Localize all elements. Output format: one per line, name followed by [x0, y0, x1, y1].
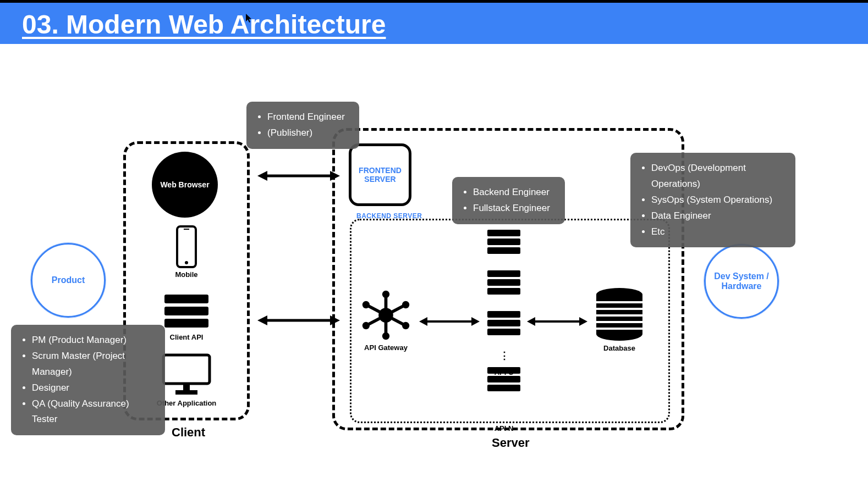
- svg-rect-29: [487, 320, 520, 326]
- svg-point-17: [382, 332, 389, 340]
- svg-rect-0: [177, 226, 196, 267]
- api-a-node: API A: [486, 229, 530, 267]
- arrow-apis-database: [527, 314, 587, 329]
- api-b-node: API B: [486, 269, 530, 307]
- web-browser-label: Web Browser: [160, 180, 209, 189]
- diagram-canvas: Client Server Frontend Engineer (Publish…: [0, 44, 868, 484]
- frontend-server-label: FRONTEND SERVER: [351, 166, 409, 184]
- svg-rect-5: [164, 319, 208, 328]
- backend-server-label: BACKEND SERVER: [356, 212, 422, 220]
- role-item: (Publisher): [267, 125, 348, 141]
- rolebox-frontend: Frontend Engineer (Publisher): [246, 102, 359, 149]
- svg-marker-52: [527, 317, 535, 326]
- svg-marker-44: [330, 171, 340, 181]
- server-stack-icon: [162, 292, 211, 331]
- database-node: Database: [593, 287, 646, 352]
- frontend-server-node: FRONTEND SERVER: [349, 143, 411, 206]
- server-stack-icon: [486, 269, 521, 297]
- svg-rect-3: [164, 295, 208, 303]
- rolebox-ops: DevOps (Development Operations) SysOps (…: [630, 153, 795, 247]
- svg-marker-50: [471, 317, 480, 326]
- database-label: Database: [593, 344, 646, 352]
- desktop-icon: [160, 353, 213, 397]
- role-item: PM (Product Manager): [32, 332, 154, 348]
- svg-rect-32: [487, 376, 520, 382]
- svg-marker-47: [330, 315, 340, 325]
- api-gateway-label: API Gateway: [360, 343, 412, 352]
- svg-rect-2: [184, 229, 189, 230]
- svg-rect-6: [163, 355, 210, 384]
- arrow-client-frontend: [257, 168, 340, 184]
- svg-point-18: [362, 301, 370, 308]
- svg-rect-41: [596, 328, 642, 330]
- svg-rect-24: [487, 247, 520, 254]
- role-item: QA (Quality Assurance) Tester: [32, 396, 154, 428]
- devsys-circle: Dev System / Hardware: [704, 244, 779, 319]
- slide-title: 03. Modern Web Architecture: [22, 9, 846, 40]
- svg-rect-30: [487, 329, 520, 335]
- role-item: Data Engineer: [651, 208, 784, 224]
- role-item: Designer: [32, 380, 154, 396]
- svg-rect-28: [487, 311, 520, 318]
- svg-rect-4: [164, 307, 208, 315]
- svg-marker-53: [579, 317, 587, 326]
- svg-point-16: [382, 291, 389, 298]
- header-bar: 03. Modern Web Architecture: [0, 3, 868, 44]
- svg-rect-38: [596, 308, 642, 310]
- api-gateway-node: API Gateway: [360, 289, 412, 352]
- devsys-circle-label: Dev System / Hardware: [706, 271, 777, 291]
- server-stack-icon: [486, 310, 521, 337]
- svg-rect-8: [175, 390, 197, 395]
- role-item: SysOps (System Operations): [651, 192, 784, 208]
- role-item: Etc: [651, 224, 784, 240]
- role-item: Backend Engineer: [473, 185, 554, 201]
- svg-point-20: [362, 322, 370, 329]
- svg-rect-39: [596, 314, 642, 317]
- svg-rect-26: [487, 279, 520, 286]
- svg-rect-23: [487, 239, 520, 245]
- svg-rect-27: [487, 288, 520, 295]
- svg-rect-37: [596, 301, 642, 303]
- role-item: Scrum Master (Project Manager): [32, 348, 154, 380]
- database-icon: [593, 287, 646, 342]
- api-n-node: API N: [486, 366, 530, 404]
- mobile-label: Mobile: [153, 270, 219, 279]
- arrow-gateway-apis: [419, 314, 480, 329]
- hub-icon: [360, 289, 412, 341]
- svg-marker-49: [419, 317, 427, 326]
- svg-rect-31: [487, 367, 520, 374]
- server-label: Server: [492, 436, 530, 450]
- arrow-client-backend: [257, 312, 340, 329]
- client-label: Client: [172, 425, 205, 440]
- role-item: Frontend Engineer: [267, 109, 348, 125]
- server-stack-icon: [486, 229, 521, 256]
- api-ellipsis: ⋮: [499, 350, 509, 362]
- api-c-node: API C: [486, 310, 530, 348]
- svg-rect-40: [596, 321, 642, 323]
- svg-rect-7: [183, 384, 190, 390]
- cursor-icon: [245, 13, 253, 23]
- svg-point-21: [402, 322, 409, 329]
- svg-point-19: [402, 301, 409, 308]
- svg-rect-25: [487, 270, 520, 277]
- role-item: Fullstack Engineer: [473, 201, 554, 217]
- api-n-label: API N: [482, 424, 526, 432]
- svg-marker-46: [257, 315, 267, 325]
- role-item: DevOps (Development Operations): [651, 160, 784, 192]
- product-circle-label: Product: [52, 275, 85, 285]
- svg-point-1: [185, 261, 188, 264]
- svg-rect-33: [487, 385, 520, 391]
- web-browser-node: Web Browser: [152, 152, 218, 218]
- svg-rect-22: [487, 230, 520, 236]
- rolebox-product: PM (Product Manager) Scrum Master (Proje…: [11, 325, 165, 435]
- svg-marker-43: [257, 171, 267, 181]
- phone-icon: [173, 225, 200, 268]
- mobile-node: Mobile: [153, 225, 219, 279]
- rolebox-backend: Backend Engineer Fullstack Engineer: [452, 177, 565, 224]
- server-stack-icon: [486, 366, 521, 393]
- product-circle: Product: [31, 243, 106, 318]
